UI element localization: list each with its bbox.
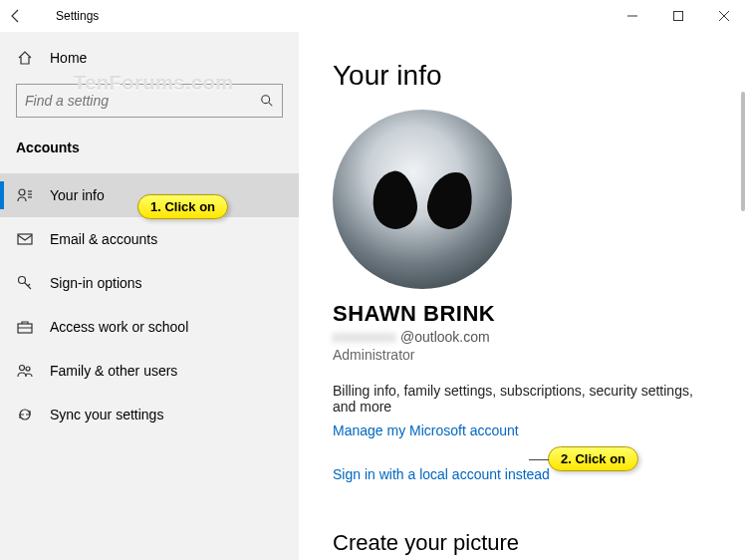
sidebar-item-signin-options[interactable]: Sign-in options: [0, 261, 299, 305]
user-name: SHAWN BRINK: [333, 301, 713, 327]
sidebar-item-label: Access work or school: [50, 319, 188, 335]
svg-point-2: [262, 96, 270, 104]
email-domain: @outlook.com: [400, 329, 490, 345]
sidebar-item-family-users[interactable]: Family & other users: [0, 349, 299, 393]
billing-description: Billing info, family settings, subscript…: [333, 383, 713, 415]
annotation-2: 2. Click on: [548, 446, 638, 471]
sidebar-item-label: Email & accounts: [50, 231, 157, 247]
people-icon: [16, 363, 34, 379]
svg-line-3: [269, 103, 273, 107]
home-label: Home: [50, 50, 87, 66]
key-icon: [16, 275, 34, 291]
sidebar-item-label: Sign-in options: [50, 275, 142, 291]
search-icon: [260, 94, 274, 108]
home-icon: [16, 50, 34, 66]
maximize-button[interactable]: [655, 0, 701, 32]
sidebar-item-email-accounts[interactable]: Email & accounts: [0, 217, 299, 261]
user-role: Administrator: [333, 347, 713, 363]
svg-point-11: [20, 366, 25, 371]
manage-account-link[interactable]: Manage my Microsoft account: [333, 422, 519, 438]
back-button[interactable]: [8, 8, 56, 24]
create-picture-heading: Create your picture: [333, 530, 713, 556]
close-button[interactable]: [701, 0, 747, 32]
avatar: [333, 110, 512, 289]
user-email: xxxxxxxx @outlook.com: [333, 329, 713, 345]
annotation-1: 1. Click on: [137, 194, 228, 219]
page-heading: Your info: [333, 60, 713, 92]
sidebar-item-sync-settings[interactable]: Sync your settings: [0, 393, 299, 436]
sync-icon: [16, 407, 34, 422]
svg-point-4: [19, 189, 25, 195]
sidebar-section-header: Accounts: [0, 130, 299, 163]
briefcase-icon: [16, 319, 34, 335]
sidebar: Home Accounts Your info Email & accounts: [0, 32, 299, 560]
sidebar-item-label: Your info: [50, 187, 105, 203]
search-box[interactable]: [16, 84, 283, 118]
sidebar-item-label: Sync your settings: [50, 407, 163, 422]
email-icon: [16, 231, 34, 247]
search-input[interactable]: [25, 93, 260, 109]
content-area: Your info SHAWN BRINK xxxxxxxx @outlook.…: [299, 32, 747, 560]
person-icon: [16, 187, 34, 203]
sidebar-item-label: Family & other users: [50, 363, 177, 379]
window-controls: [610, 0, 747, 32]
email-local-redacted: xxxxxxxx: [333, 329, 396, 345]
minimize-button[interactable]: [610, 0, 655, 32]
window-title: Settings: [56, 9, 99, 23]
svg-point-12: [26, 367, 30, 371]
svg-point-9: [19, 277, 26, 284]
scrollbar[interactable]: [741, 92, 745, 211]
sidebar-item-access-work-school[interactable]: Access work or school: [0, 305, 299, 349]
home-nav[interactable]: Home: [0, 38, 299, 78]
svg-rect-1: [674, 12, 683, 21]
local-account-link[interactable]: Sign in with a local account instead: [333, 466, 550, 482]
svg-rect-8: [18, 234, 32, 244]
